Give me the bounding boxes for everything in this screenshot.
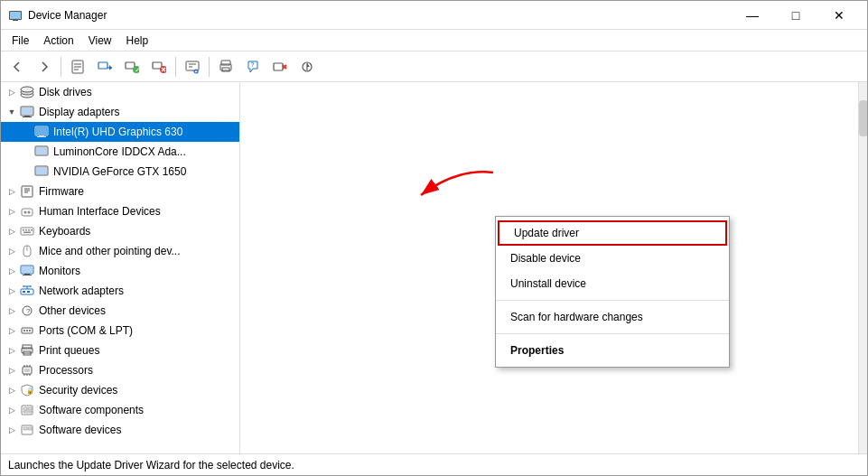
app-icon <box>8 8 23 23</box>
svg-rect-67 <box>27 291 30 293</box>
svg-rect-47 <box>22 186 33 197</box>
ports-label: Ports (COM & LPT) <box>39 321 133 341</box>
intel-uhd-label: Intel(R) UHD Graphics 630 <box>53 122 182 142</box>
luminoncore-icon <box>33 145 50 159</box>
toolbar-help-button[interactable]: ? <box>240 54 266 79</box>
svg-point-77 <box>29 330 31 331</box>
monitors-icon <box>19 264 35 278</box>
close-button[interactable]: ✕ <box>818 1 860 30</box>
display-adapters-icon <box>19 105 35 119</box>
expand-software-devices[interactable]: ▷ <box>5 423 19 437</box>
tree-item-firmware[interactable]: ▷ Firmware <box>1 182 239 201</box>
tree-panel: ▷ Disk drives ▼ <box>1 82 240 453</box>
expand-disk-drives[interactable]: ▷ <box>5 85 19 99</box>
tree-item-keyboards[interactable]: ▷ Keyboards <box>1 221 239 241</box>
context-menu-divider-2 <box>496 333 729 334</box>
svg-text:?: ? <box>26 307 31 315</box>
tree-item-security-devices[interactable]: ▷ 🔒 Security devices <box>1 380 239 400</box>
svg-point-76 <box>26 330 28 331</box>
expand-human-interface[interactable]: ▷ <box>5 204 19 219</box>
toolbar-scan-button[interactable] <box>180 54 205 79</box>
other-devices-icon: ? <box>19 303 35 318</box>
expand-software-components[interactable]: ▷ <box>5 403 19 417</box>
tree-item-other-devices[interactable]: ▷ ? Other devices <box>1 301 239 321</box>
human-interface-icon <box>19 204 35 219</box>
tree-item-print-queues[interactable]: ▷ Print queues <box>1 341 239 360</box>
main-area: ▷ Disk drives ▼ <box>1 82 867 453</box>
expand-other-devices[interactable]: ▷ <box>5 303 19 318</box>
minimize-button[interactable]: — <box>732 1 773 30</box>
tree-item-intel-uhd[interactable]: Intel(R) UHD Graphics 630 <box>1 122 239 142</box>
tree-item-ports[interactable]: ▷ Ports (COM & LPT) <box>1 321 239 341</box>
forward-button[interactable] <box>32 54 57 79</box>
expand-mice[interactable]: ▷ <box>5 244 19 258</box>
svg-text:✓: ✓ <box>135 66 139 74</box>
menu-action[interactable]: Action <box>36 33 80 49</box>
svg-text:🔒: 🔒 <box>26 387 34 395</box>
toolbar-enable-button[interactable]: ✓ <box>119 54 145 79</box>
security-devices-label: Security devices <box>39 380 117 400</box>
svg-rect-62 <box>22 266 33 273</box>
security-devices-icon: 🔒 <box>19 383 35 397</box>
tree-item-monitors[interactable]: ▷ Monitors <box>1 261 239 281</box>
svg-rect-82 <box>24 369 30 372</box>
svg-rect-42 <box>37 136 46 137</box>
print-queues-icon <box>19 343 35 358</box>
context-menu-scan-hardware[interactable]: Scan for hardware changes <box>496 304 729 330</box>
expand-keyboards[interactable]: ▷ <box>5 224 19 238</box>
menu-file[interactable]: File <box>5 33 36 49</box>
context-menu: Update driver Disable device Uninstall d… <box>495 216 730 368</box>
context-menu-update-driver[interactable]: Update driver <box>498 220 727 246</box>
context-menu-properties[interactable]: Properties <box>496 338 729 363</box>
context-menu-uninstall-device[interactable]: Uninstall device <box>496 271 729 296</box>
disk-drives-label: Disk drives <box>39 82 92 102</box>
expand-display-adapters[interactable]: ▼ <box>5 105 19 119</box>
svg-rect-10 <box>126 62 135 69</box>
maximize-button[interactable]: □ <box>775 1 817 30</box>
nvidia-icon <box>33 164 50 179</box>
expand-firmware[interactable]: ▷ <box>5 184 19 199</box>
expand-ports[interactable]: ▷ <box>5 323 19 338</box>
intel-uhd-icon <box>33 125 50 139</box>
toolbar-properties-button[interactable] <box>65 54 90 79</box>
expand-print-queues[interactable]: ▷ <box>5 343 19 358</box>
tree-item-human-interface[interactable]: ▷ Human Interface Devices <box>1 201 239 221</box>
toolbar-remove-button[interactable] <box>267 54 293 79</box>
svg-rect-37 <box>24 116 30 117</box>
toolbar-update-driver-button[interactable] <box>92 54 117 79</box>
tree-item-software-devices[interactable]: ▷ Software devices <box>1 420 239 440</box>
toolbar: ✓ <box>1 51 867 82</box>
svg-rect-93 <box>23 411 32 413</box>
context-menu-divider-1 <box>496 300 729 301</box>
scrollbar-thumb[interactable] <box>859 100 867 136</box>
status-bar: Launches the Update Driver Wizard for th… <box>1 453 867 475</box>
tree-item-disk-drives[interactable]: ▷ Disk drives <box>1 82 239 102</box>
tree-item-luminoncore[interactable]: LuminonCore IDDCX Ada... <box>1 142 239 162</box>
tree-item-processors[interactable]: ▷ Processors <box>1 360 239 380</box>
toolbar-separator-3 <box>209 57 210 77</box>
svg-rect-55 <box>23 229 24 231</box>
tree-item-display-adapters[interactable]: ▼ Display adapters <box>1 102 239 122</box>
tree-item-software-components[interactable]: ▷ Software components <box>1 400 239 420</box>
menu-help[interactable]: Help <box>119 33 156 49</box>
toolbar-uninstall-button[interactable] <box>146 54 172 79</box>
toolbar-print-button[interactable] <box>213 54 238 79</box>
expand-network-adapters[interactable]: ▷ <box>5 284 19 298</box>
expand-security-devices[interactable]: ▷ <box>5 383 19 397</box>
svg-rect-40 <box>36 127 47 135</box>
context-menu-disable-device[interactable]: Disable device <box>496 246 729 271</box>
tree-item-network-adapters[interactable]: ▷ Network adapters <box>1 281 239 301</box>
scrollbar-track[interactable] <box>858 82 867 453</box>
expand-monitors[interactable]: ▷ <box>5 264 19 278</box>
expand-processors[interactable]: ▷ <box>5 363 19 378</box>
tree-item-mice[interactable]: ▷ Mice and other pointing dev... <box>1 241 239 261</box>
svg-rect-38 <box>23 117 32 117</box>
expand-nvidia <box>19 164 33 179</box>
menu-view[interactable]: View <box>81 33 119 49</box>
toolbar-refresh-button[interactable] <box>294 54 320 79</box>
back-button[interactable] <box>5 54 30 79</box>
disk-drives-icon <box>19 85 35 99</box>
firmware-icon <box>19 184 35 199</box>
tree-item-nvidia[interactable]: NVIDIA GeForce GTX 1650 <box>1 162 239 182</box>
arrow-annotation <box>403 163 511 220</box>
